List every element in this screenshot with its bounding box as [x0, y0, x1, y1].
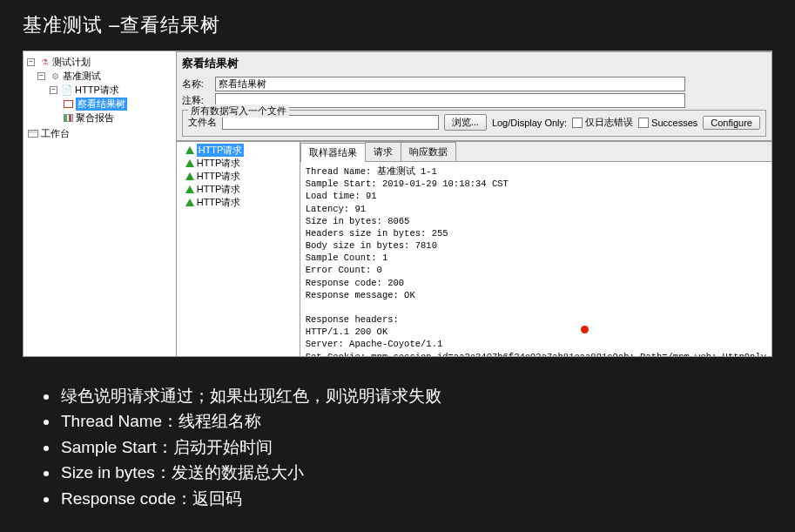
tree-node-aggregate[interactable]: 聚合报告 [25, 111, 174, 125]
report-icon [62, 112, 74, 123]
name-label: 名称: [182, 77, 212, 91]
tree-workbench[interactable]: 工作台 [25, 126, 174, 140]
expander-icon[interactable]: − [50, 86, 57, 94]
bullet: Thread Name：线程组名称 [59, 408, 772, 434]
file-fieldset: 所有数据写入一个文件 文件名 浏览... Log/Display Only: 仅… [182, 110, 766, 137]
browse-button[interactable]: 浏览... [444, 114, 487, 131]
logonly-label: Log/Display Only: [492, 118, 567, 128]
listener-panel: 察看结果树 名称: 注释: 所有数据写入一个文件 文件名 浏览... Log/D… [177, 51, 771, 356]
red-dot-annotation [581, 326, 589, 333]
tree-node-group[interactable]: − ⚙ 基准测试 [25, 69, 174, 83]
tree-root[interactable]: − ⚗ 测试计划 [25, 55, 174, 69]
plan-tree[interactable]: − ⚗ 测试计划 − ⚙ 基准测试 − 📄 HTTP请求 察看结果树 聚合报告 [24, 51, 177, 356]
bullet: Sample Start：启动开始时间 [59, 434, 772, 460]
file-label: 文件名 [188, 116, 217, 129]
errors-only-checkbox[interactable]: 仅日志错误 [572, 116, 633, 129]
flask-icon: ⚗ [38, 57, 51, 67]
explanation-list: 绿色说明请求通过；如果出现红色，则说明请求失败 Thread Name：线程组名… [23, 383, 772, 511]
configure-button[interactable]: Configure [703, 116, 760, 130]
detail-tabs: 取样器结果 请求 响应数据 [300, 142, 771, 162]
slide-title: 基准测试 –查看结果树 [23, 12, 772, 38]
panel-title: 察看结果树 [182, 54, 766, 75]
result-item[interactable]: HTTP请求 [179, 170, 298, 183]
success-icon [185, 146, 194, 154]
success-icon [185, 199, 194, 206]
bullet: Size in bytes：发送的数据总大小 [59, 460, 772, 485]
panel-config: 察看结果树 名称: 注释: 所有数据写入一个文件 文件名 浏览... Log/D… [177, 52, 771, 141]
jmeter-screenshot: − ⚗ 测试计划 − ⚙ 基准测试 − 📄 HTTP请求 察看结果树 聚合报告 [23, 51, 772, 357]
results-list[interactable]: HTTP请求 HTTP请求 HTTP请求 HTTP请求 HTTP请求 [177, 142, 300, 356]
result-item[interactable]: HTTP请求 [179, 183, 298, 196]
detail-pane: 取样器结果 请求 响应数据 Thread Name: 基准测试 1-1 Samp… [300, 142, 771, 356]
success-icon [185, 185, 194, 193]
listener-icon [62, 98, 74, 109]
workbench-icon [27, 128, 39, 138]
tree-node-http[interactable]: − 📄 HTTP请求 [25, 83, 174, 97]
tab-response[interactable]: 响应数据 [401, 142, 456, 161]
fieldset-legend: 所有数据写入一个文件 [188, 104, 289, 118]
success-icon [185, 159, 194, 167]
tree-node-resultstree[interactable]: 察看结果树 [25, 97, 174, 111]
tab-sampler-result[interactable]: 取样器结果 [300, 143, 366, 162]
successes-checkbox[interactable]: Successes [638, 118, 697, 128]
expander-icon[interactable]: − [27, 58, 35, 66]
result-item[interactable]: HTTP请求 [179, 144, 298, 157]
tab-request[interactable]: 请求 [365, 142, 401, 161]
result-item[interactable]: HTTP请求 [179, 157, 298, 170]
expander-icon[interactable]: − [37, 72, 45, 80]
sampler-icon: 📄 [61, 84, 73, 95]
result-item[interactable]: HTTP请求 [179, 196, 298, 209]
name-input[interactable] [215, 77, 685, 91]
sampler-result-text[interactable]: Thread Name: 基准测试 1-1 Sample Start: 2019… [300, 162, 771, 356]
gear-icon: ⚙ [49, 71, 61, 81]
success-icon [185, 172, 194, 180]
bullet: 绿色说明请求通过；如果出现红色，则说明请求失败 [59, 383, 772, 408]
bullet: Response code：返回码 [59, 486, 772, 511]
